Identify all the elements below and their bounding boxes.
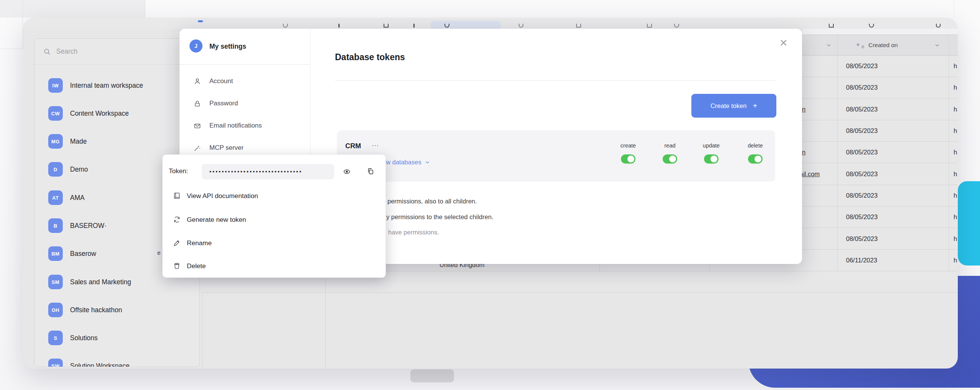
table-row[interactable]: 08/05/2023h bbox=[802, 185, 958, 206]
menu-item-delete[interactable]: Delete bbox=[173, 260, 206, 272]
sidebar-item-baserow-caps[interactable]: BBASEROW· bbox=[48, 218, 106, 233]
menu-item-generate-new-token[interactable]: Generate new token bbox=[173, 214, 246, 225]
table-row[interactable]: ail.com08/05/2023h bbox=[802, 163, 958, 185]
workspace-search-row bbox=[34, 39, 199, 65]
settings-nav-mcp-server[interactable]: MCP server bbox=[193, 142, 243, 154]
search-icon[interactable] bbox=[936, 24, 941, 28]
sidebar-item-solutions[interactable]: SSolutions bbox=[48, 331, 98, 345]
workspace-badge: OH bbox=[48, 303, 63, 317]
legend-line-fragment: have permissions. bbox=[388, 229, 439, 236]
backdrop-line bbox=[954, 0, 954, 18]
cell-fragment: n bbox=[802, 106, 805, 113]
sidebar-item-baserow[interactable]: BMBaserow bbox=[48, 246, 96, 261]
book-icon bbox=[173, 192, 181, 200]
table-row[interactable]: 08/05/2023h bbox=[802, 56, 958, 77]
toggle-update[interactable] bbox=[704, 154, 719, 164]
settings-nav-password[interactable]: Password bbox=[193, 98, 238, 109]
created-on-cell: 08/05/2023 bbox=[838, 120, 949, 141]
topbar-icon-fragment bbox=[576, 24, 581, 28]
settings-nav-email-notifications[interactable]: Email notifications bbox=[193, 120, 262, 131]
decorative-cyan-shape bbox=[958, 181, 980, 265]
topbar-icon-fragment bbox=[647, 24, 652, 28]
cell-fragment: h bbox=[949, 206, 958, 228]
table-header-created-on[interactable]: + Created on bbox=[838, 35, 949, 55]
close-icon[interactable]: ✕ bbox=[779, 37, 788, 49]
grid-line bbox=[709, 264, 710, 271]
permission-delete: delete bbox=[744, 143, 767, 164]
toggle-delete[interactable] bbox=[748, 154, 763, 164]
token-name: CRM bbox=[345, 142, 361, 150]
table-row[interactable]: 06/11/2023h bbox=[802, 250, 958, 271]
table-row[interactable]: 08/05/2023h bbox=[802, 206, 958, 228]
grid-line bbox=[325, 264, 326, 369]
created-on-cell: 08/05/2023 bbox=[838, 185, 949, 206]
create-token-button[interactable]: Create token + bbox=[691, 94, 776, 118]
sidebar-item-offsite-hackathon[interactable]: OHOffsite hackathon bbox=[48, 303, 122, 317]
wand-icon bbox=[193, 144, 201, 152]
active-view-tab[interactable] bbox=[431, 21, 501, 29]
cell-fragment: h bbox=[949, 185, 958, 206]
topbar-icon-fragment bbox=[338, 24, 340, 28]
show-databases-link[interactable]: w databases bbox=[386, 159, 430, 166]
view-tabs-bar bbox=[23, 18, 958, 29]
sidebar-item-internal-team-workspace[interactable]: IWInternal team workspace bbox=[48, 78, 143, 93]
settings-nav-account[interactable]: Account bbox=[193, 75, 233, 87]
sidebar-item-solution-workspace[interactable]: SWSolution Workspace bbox=[48, 359, 129, 367]
workspace-badge: S bbox=[48, 331, 63, 345]
table-header-row: + Created on bbox=[802, 34, 958, 56]
token-context-menu-trigger[interactable]: ... bbox=[372, 141, 379, 147]
workspace-badge: MG bbox=[48, 134, 63, 149]
token-masked-field[interactable]: •••••••••••••••••••••••••••••• bbox=[202, 164, 334, 179]
table-row[interactable]: n08/05/2023h bbox=[802, 142, 958, 163]
toolbar-band bbox=[802, 29, 958, 34]
cell-fragment: ail.com bbox=[802, 170, 820, 178]
eye-icon[interactable] bbox=[343, 167, 351, 176]
topbar-icon-fragment bbox=[384, 24, 389, 28]
topbar-icon-fragment bbox=[519, 24, 523, 28]
envelope-icon bbox=[193, 122, 201, 130]
sidebar-item-made[interactable]: MGMade bbox=[48, 134, 87, 149]
cell-fragment: h bbox=[949, 56, 958, 77]
menu-item-view-api-documentation[interactable]: View API documentation bbox=[173, 190, 258, 202]
workspace-badge: AT bbox=[48, 190, 63, 205]
pencil-icon bbox=[173, 239, 181, 247]
topbar-icon-fragment bbox=[829, 24, 834, 28]
cell-fragment: n bbox=[802, 149, 805, 156]
search-input[interactable] bbox=[56, 48, 171, 56]
sidebar-item-demo[interactable]: DDemo bbox=[48, 162, 88, 177]
cell-fragment: h bbox=[949, 250, 958, 271]
toggle-create[interactable] bbox=[621, 154, 635, 164]
cell-fragment: h bbox=[949, 163, 958, 184]
avatar: J bbox=[189, 39, 203, 52]
workspace-badge: SW bbox=[48, 359, 63, 367]
created-on-cell: 06/11/2023 bbox=[838, 250, 949, 271]
table-row[interactable]: n08/05/2023h bbox=[802, 99, 958, 120]
sidebar-item-content-workspace[interactable]: CWContent Workspace bbox=[48, 106, 129, 121]
sidebar-item-ama[interactable]: ATAMA bbox=[48, 190, 85, 205]
divider bbox=[335, 80, 775, 81]
created-on-cell: 08/05/2023 bbox=[838, 228, 949, 249]
copy-icon[interactable] bbox=[366, 167, 375, 175]
table-row[interactable]: 08/05/2023h bbox=[802, 77, 958, 98]
table-row[interactable]: 08/05/2023h bbox=[802, 228, 958, 249]
topbar-icon-fragment bbox=[869, 24, 874, 28]
cell-fragment: h bbox=[949, 228, 958, 249]
permission-update: update bbox=[700, 143, 723, 164]
table-header-next-column[interactable] bbox=[949, 35, 958, 55]
page-title: Database tokens bbox=[335, 52, 405, 62]
topbar-icon-fragment bbox=[413, 24, 415, 28]
chevron-down-icon[interactable] bbox=[934, 42, 940, 48]
person-icon bbox=[193, 77, 201, 85]
topbar-icon-fragment bbox=[674, 24, 679, 28]
created-on-cell: 08/05/2023 bbox=[838, 99, 949, 120]
dock-handle-pill bbox=[410, 369, 454, 382]
legend-line-fragment: permissions, also to all children. bbox=[387, 198, 477, 205]
table-row[interactable]: 08/05/2023h bbox=[802, 120, 958, 142]
menu-item-rename[interactable]: Rename bbox=[173, 237, 212, 249]
sidebar-item-sales-and-marketing[interactable]: SMSales and Marketing bbox=[48, 275, 131, 289]
tab-indicator bbox=[198, 20, 203, 22]
grid-line bbox=[599, 264, 600, 271]
table-header-prev-column[interactable] bbox=[802, 35, 838, 55]
permission-read: read bbox=[658, 143, 681, 164]
toggle-read[interactable] bbox=[663, 154, 677, 164]
